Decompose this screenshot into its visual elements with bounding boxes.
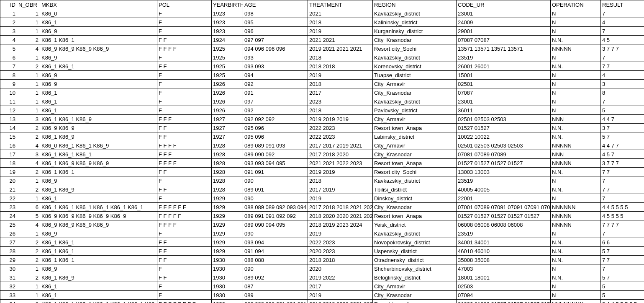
cell-id: 15: [0, 132, 17, 141]
cell-pol: F F: [157, 238, 212, 247]
cell-code: 24009: [457, 18, 551, 27]
cell-age: 088 088 090 091 091 091 09: [243, 300, 308, 303]
cell-region: Kavkazskiy_district: [373, 53, 457, 62]
cell-region: City_Krasnodar: [373, 150, 457, 159]
cell-region: Resort town_Anapa: [373, 300, 457, 303]
cell-result: 7: [601, 9, 644, 18]
cell-op: N.N.: [551, 168, 601, 176]
cell-age: 091 094: [243, 247, 308, 256]
cell-result: 7: [601, 176, 644, 185]
cell-year: 1930: [212, 282, 243, 291]
cell-id: 27: [0, 238, 17, 247]
cell-pol: F: [157, 282, 212, 291]
cell-region: Tbilisi_district: [373, 185, 457, 194]
cell-treat: 2018: [308, 80, 373, 88]
cell-code: 46010 46010: [457, 247, 551, 256]
cell-year: 1923: [212, 18, 243, 27]
cell-year: 1928: [212, 168, 243, 176]
cell-code: 07087: [457, 88, 551, 97]
cell-id: 18: [0, 159, 17, 168]
cell-age: 095 096: [243, 124, 308, 132]
cell-region: Kavkazskiy_district: [373, 97, 457, 106]
cell-mkbx: K86_9: [40, 229, 157, 238]
cell-treat: 2019: [308, 229, 373, 238]
cell-id: 30: [0, 264, 17, 273]
cell-mkbx: K86_1: [40, 106, 157, 115]
cell-year: 1929: [212, 194, 243, 203]
cell-result: 4 4 5 5 5 5: [601, 203, 644, 212]
cell-age: 094: [243, 71, 308, 80]
cell-mkbx: K86_1: [40, 194, 157, 203]
cell-region: Resort city_Sochi: [373, 44, 457, 53]
cell-treat: 2017: [308, 88, 373, 97]
cell-n_obr: 2: [17, 247, 40, 256]
col-treatment: TREATMENT: [308, 0, 373, 9]
cell-op: NNNNN: [551, 141, 601, 150]
cell-age: 094 096 096 096: [243, 44, 308, 53]
cell-code: 07001 07089 07091 07091 07091 07091: [457, 203, 551, 212]
table-body: 11K86_0F19230982021Kavkazskiy_district23…: [0, 9, 644, 303]
cell-code: 07081 07089 07089: [457, 150, 551, 159]
cell-op: NNNNNN: [551, 203, 601, 212]
cell-mkbx: K86_0: [40, 9, 157, 18]
cell-mkbx: K86_9: [40, 71, 157, 80]
cell-year: 1929: [212, 203, 243, 212]
cell-region: Yeisk_district: [373, 220, 457, 229]
cell-mkbx: K86_9 K86_9 K86_9 K86_9: [40, 44, 157, 53]
cell-code: 18001 18001: [457, 273, 551, 282]
cell-code: 34001 34001: [457, 238, 551, 247]
cell-region: Labinsky_district: [373, 132, 457, 141]
col-id: ID: [0, 0, 17, 9]
cell-age: 091 091: [243, 168, 308, 176]
cell-age: 093 093 094 095: [243, 159, 308, 168]
cell-year: 1927: [212, 124, 243, 132]
cell-code: 06008 06008 06008 06008: [457, 220, 551, 229]
cell-mkbx: K86_9 K86_9: [40, 124, 157, 132]
cell-mkbx: K86_1: [40, 88, 157, 97]
cell-age: 098: [243, 9, 308, 18]
cell-mkbx: K86_1 K86_1 K86_1: [40, 150, 157, 159]
cell-treat: 2017 2017 2019 2021: [308, 141, 373, 150]
cell-n_obr: 4: [17, 44, 40, 53]
cell-pol: F F F F F: [157, 212, 212, 220]
cell-n_obr: 1: [17, 53, 40, 62]
cell-age: 090: [243, 264, 308, 273]
cell-region: Kavkazskiy_district: [373, 229, 457, 238]
cell-id: 11: [0, 97, 17, 106]
cell-treat: 2017: [308, 282, 373, 291]
cell-op: N.N.: [551, 238, 601, 247]
cell-treat: 2017 2019: [308, 185, 373, 194]
cell-code: 47003: [457, 264, 551, 273]
cell-year: 1924: [212, 36, 243, 44]
cell-n_obr: 4: [17, 159, 40, 168]
cell-treat: 2018: [308, 176, 373, 185]
cell-op: N: [551, 97, 601, 106]
table-row: 72K86_1 K86_1F F1925093 0932018 2018Kore…: [0, 62, 644, 71]
cell-id: 8: [0, 71, 17, 80]
cell-id: 17: [0, 150, 17, 159]
cell-mkbx: K86_1 K86_1: [40, 36, 157, 44]
cell-n_obr: 1: [17, 71, 40, 80]
cell-result: 7: [601, 229, 644, 238]
cell-age: 093: [243, 53, 308, 62]
cell-pol: F: [157, 97, 212, 106]
cell-n_obr: 2: [17, 124, 40, 132]
cell-treat: 2018 2018: [308, 62, 373, 71]
cell-n_obr: 1: [17, 27, 40, 36]
cell-age: 090: [243, 229, 308, 238]
cell-age: 089 091: [243, 185, 308, 194]
cell-mkbx: K86_9: [40, 80, 157, 88]
cell-region: City_Armavir: [373, 80, 457, 88]
cell-op: N: [551, 229, 601, 238]
cell-region: Resort town_Anapa: [373, 124, 457, 132]
cell-op: N: [551, 291, 601, 300]
cell-pol: F F F: [157, 115, 212, 124]
cell-region: City_Armavir: [373, 282, 457, 291]
cell-year: 1927: [212, 132, 243, 141]
cell-age: 089 090 092: [243, 150, 308, 159]
cell-region: Uspensky_district: [373, 247, 457, 256]
cell-result: 3 7: [601, 124, 644, 132]
table-row: 121K86_1F19260922018Pavlovsky_district36…: [0, 106, 644, 115]
cell-treat: 2022 2023: [308, 132, 373, 141]
table-row: 81K86_9F19250942019Tuapse_district15001N…: [0, 71, 644, 80]
